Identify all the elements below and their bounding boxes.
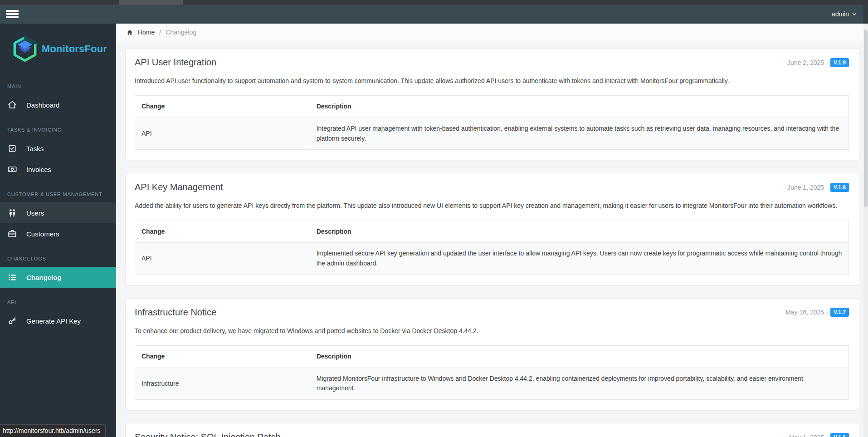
sidebar-section-main: MAIN: [0, 72, 116, 94]
sidebar-item-label: Customers: [26, 230, 59, 238]
sidebar-item-users[interactable]: Users: [0, 202, 116, 223]
change-cell: API: [135, 243, 310, 275]
breadcrumb-separator: /: [159, 29, 161, 36]
change-table: Change Description API Integrated API us…: [135, 95, 849, 150]
sidebar-section-changelogs: CHANGELOGS: [0, 244, 116, 267]
breadcrumb-home-link[interactable]: Home: [126, 29, 155, 36]
change-column-header: Change: [135, 221, 310, 243]
scrollbar-track-top: [863, 5, 868, 24]
key-icon: [7, 316, 17, 326]
main-content: Home / Changelog API User Integration Ju…: [116, 24, 868, 437]
version-badge: V.1.8: [830, 183, 849, 192]
list-icon: [7, 272, 17, 282]
changelog-title: Infrastructure Notice: [135, 307, 216, 318]
changelog-title: API User Integration: [135, 57, 216, 68]
briefcase-icon: [7, 229, 17, 239]
change-cell: API: [135, 118, 310, 149]
brand-logo[interactable]: MonitorsFour: [0, 24, 116, 72]
breadcrumb: Home / Changelog: [116, 24, 868, 41]
sidebar: MonitorsFour MAIN Dashboard TASKS & INVO…: [0, 24, 116, 437]
changelog-title: Security Notice: SQL Injection Patch: [135, 432, 281, 437]
sidebar-item-label: Dashboard: [26, 101, 59, 109]
sidebar-item-changelog[interactable]: Changelog: [0, 267, 116, 288]
description-column-header: Description: [310, 346, 848, 368]
sidebar-item-dashboard[interactable]: Dashboard: [0, 94, 116, 115]
table-row: API Integrated API user management with …: [135, 118, 849, 149]
sidebar-item-label: Changelog: [26, 274, 62, 281]
scrollbar-thumb[interactable]: [864, 30, 868, 207]
changelog-summary: Introduced API user functionality to sup…: [135, 76, 849, 85]
cash-icon: [7, 164, 17, 174]
chevron-down-icon: [852, 11, 857, 17]
browser-chrome-strip: [0, 0, 868, 5]
changelog-summary: Added the ability for users to generate …: [135, 201, 849, 210]
user-menu-label: admin: [832, 10, 849, 18]
version-badge: V.1.7: [830, 308, 849, 317]
top-navbar: admin: [0, 5, 868, 24]
sidebar-item-tasks[interactable]: Tasks: [0, 138, 116, 159]
changelog-summary: To enhance our product delivery, we have…: [135, 326, 849, 335]
sidebar-section-tasks-invoicing: TASKS & INVOICING: [0, 115, 116, 138]
changelog-card: Infrastructure Notice May 16, 2025 V.1.7…: [125, 298, 859, 410]
status-link-preview: http://monitorsfour.htb/admin/users: [0, 424, 106, 437]
changelog-list: API User Integration June 2, 2025 V.1.9 …: [116, 41, 868, 437]
brand-name: MonitorsFour: [42, 43, 107, 55]
change-column-header: Change: [135, 96, 310, 118]
changelog-card: API Key Management June 1, 2025 V.1.8 Ad…: [125, 173, 859, 285]
change-table: Change Description API Implemented secur…: [135, 221, 849, 275]
sidebar-item-label: Tasks: [26, 145, 44, 152]
changelog-date: May 16, 2025: [785, 309, 824, 316]
user-menu[interactable]: admin: [832, 10, 857, 18]
sidebar-section-customer-user-management: CUSTOMER & USER MANAGEMENT: [0, 180, 116, 202]
description-cell: Implemented secure API key generation an…: [310, 243, 848, 275]
change-table: Change Description Infrastructure Migrat…: [135, 345, 849, 400]
breadcrumb-home-label: Home: [138, 29, 155, 36]
description-cell: Integrated API user management with toke…: [310, 118, 848, 149]
description-column-header: Description: [310, 221, 848, 243]
home-icon: [7, 100, 17, 110]
sidebar-item-label: Generate API Key: [26, 317, 81, 325]
sidebar-item-customers[interactable]: Customers: [0, 223, 116, 244]
version-badge: V.1.6: [830, 433, 849, 437]
changelog-date: June 2, 2025: [787, 59, 824, 66]
changelog-date: June 1, 2025: [787, 184, 824, 191]
monitorsfour-logo-icon: [13, 35, 37, 63]
users-icon: [7, 208, 17, 218]
description-column-header: Description: [310, 96, 848, 118]
hamburger-menu-icon[interactable]: [5, 9, 19, 19]
description-cell: Migrated MonitorsFour infrastructure to …: [310, 368, 848, 399]
change-column-header: Change: [135, 346, 310, 368]
changelog-card: API User Integration June 2, 2025 V.1.9 …: [125, 48, 859, 160]
browser-tab-remnant: [119, 0, 183, 5]
sidebar-item-label: Users: [26, 209, 44, 217]
task-check-icon: [7, 143, 17, 153]
change-cell: Infrastructure: [135, 368, 310, 399]
sidebar-item-label: Invoices: [26, 166, 51, 173]
home-solid-icon: [126, 29, 133, 36]
breadcrumb-current: Changelog: [166, 29, 196, 36]
changelog-date: May 1, 2025: [789, 434, 824, 437]
changelog-title: API Key Management: [135, 182, 223, 192]
sidebar-item-invoices[interactable]: Invoices: [0, 159, 116, 180]
table-row: API Implemented secure API key generatio…: [135, 243, 849, 275]
sidebar-item-generate-api-key[interactable]: Generate API Key: [0, 310, 116, 331]
sidebar-section-api: API: [0, 288, 116, 310]
table-row: Infrastructure Migrated MonitorsFour inf…: [135, 368, 849, 399]
version-badge: V.1.9: [830, 58, 849, 67]
page-scrollbar[interactable]: [863, 5, 868, 437]
changelog-card: Security Notice: SQL Injection Patch May…: [125, 423, 859, 437]
